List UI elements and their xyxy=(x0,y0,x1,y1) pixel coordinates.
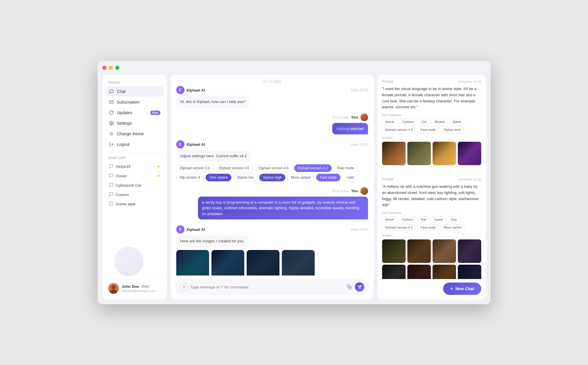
images-label-1: Images xyxy=(382,136,481,139)
chat-list-item-cyberpunk[interactable]: Cyberpunk Cat xyxy=(106,181,163,190)
chip-add[interactable]: +add xyxy=(342,174,358,181)
message-time-2: today 20:32 xyxy=(351,143,368,146)
chip-stylize-high[interactable]: Stylize High xyxy=(259,174,285,181)
key-features-label-2: Key Features xyxy=(382,211,481,214)
svg-line-6 xyxy=(110,132,110,133)
user-message-time-2: 20:35 today xyxy=(332,189,349,193)
kf-chip-gun: Gun xyxy=(448,216,460,223)
subscription-icon xyxy=(109,99,114,105)
chip-one-variant[interactable]: One variant xyxy=(206,174,231,181)
new-chat-button[interactable]: + New Chat xyxy=(443,283,481,295)
chat-list-label-custom: Custom xyxy=(116,192,129,197)
gen-image-1[interactable] xyxy=(176,250,209,276)
chat-icon xyxy=(109,89,114,94)
avatar xyxy=(108,283,119,294)
send-button[interactable] xyxy=(355,282,364,292)
new-chat-plus-icon: + xyxy=(450,286,453,291)
sidebar-item-chat[interactable]: Chat xyxy=(106,87,163,97)
kf-chip-fast: Fast mode xyxy=(417,126,439,133)
sidebar-item-subscription[interactable]: Subscription xyxy=(106,97,163,107)
chip-v20[interactable]: Elphael version 2.0 xyxy=(176,164,214,172)
sidebar-item-change-theme[interactable]: Change theme xyxy=(106,129,163,139)
chip-fast-mode[interactable]: Fast mode xyxy=(316,174,340,181)
add-command-button[interactable]: + xyxy=(180,283,188,291)
message-group-2: E Elphael AI today 20:32 Adjust settings… xyxy=(176,140,368,181)
prompt-text-2: "A military rat with a machine gun walki… xyxy=(382,184,481,208)
chat-area: 07.13.2023 E Elphael AI today 20:30 Hi, … xyxy=(170,75,374,300)
gen-image-4[interactable] xyxy=(282,250,315,276)
svg-point-3 xyxy=(110,133,112,135)
message-bubble-3: Here are the images I created for you. xyxy=(176,235,249,247)
close-button[interactable] xyxy=(102,66,106,70)
chat-list-item-anime[interactable]: Anime style xyxy=(106,200,163,208)
prompt-img-2-3[interactable] xyxy=(433,239,456,263)
prompt-img-1-1[interactable] xyxy=(382,142,406,165)
message-sender-3: Elphael AI xyxy=(187,227,205,232)
prompt-img-2-1[interactable] xyxy=(382,239,406,263)
svg-point-14 xyxy=(111,285,116,289)
svg-line-11 xyxy=(113,132,113,133)
chip-v40[interactable]: Elphael version 4.0 xyxy=(255,164,292,172)
updates-badge: New xyxy=(150,111,160,115)
gen-image-3[interactable] xyxy=(247,250,279,276)
attach-icon[interactable]: 📎 xyxy=(346,284,353,290)
kf-chip-cartoon2: Cartoon xyxy=(399,216,416,223)
message-sender-1: Elphael AI xyxy=(187,88,205,92)
sidebar-item-settings[interactable]: Settings xyxy=(106,118,163,128)
prompt-img-2-4[interactable] xyxy=(458,239,481,263)
message-time-1: today 20:30 xyxy=(351,88,368,92)
chat-list-icon-cyberpunk xyxy=(109,183,113,187)
message-group-1: E Elphael AI today 20:30 Hi, this is Elp… xyxy=(176,86,368,108)
sidebar-item-updates[interactable]: Updates New xyxy=(106,108,163,118)
chip-v30[interactable]: Elphael version 3.0 xyxy=(216,164,253,172)
user-email: johndoe@example.com xyxy=(122,289,161,293)
kf-chip-wizard: Wizard xyxy=(431,119,448,125)
key-features-label-1: Key Features xyxy=(382,113,481,117)
chip-more-variant[interactable]: More variant xyxy=(287,174,314,181)
chip-niji[interactable]: Niji version 4 xyxy=(176,174,204,181)
chat-list-item-ocean[interactable]: Ocean ★ xyxy=(106,171,163,180)
gen-image-2[interactable] xyxy=(211,250,244,276)
chat-date-header: 07.13.2023 xyxy=(170,75,374,86)
prompt-img-2-2[interactable] xyxy=(407,239,431,263)
chat-list-icon-ocean xyxy=(109,173,113,178)
sidebar-item-logout[interactable]: Logout xyxy=(106,139,163,149)
sidebar-logout-label: Logout xyxy=(117,142,130,147)
key-features-chips-2: Street Cartoon Rat Game Gun Elphael vers… xyxy=(382,216,481,231)
new-chat-label: New Chat xyxy=(455,286,474,291)
user-bubble-2: a nerdy boy is programming at a computer… xyxy=(198,197,368,220)
prompt-img-1-2[interactable] xyxy=(407,142,431,165)
prompt-img-1-4[interactable] xyxy=(458,142,481,165)
svg-point-2 xyxy=(111,123,112,124)
chat-list-item-custom[interactable]: Custom xyxy=(106,190,163,199)
chip-v42[interactable]: Elphael version 4.2 xyxy=(294,164,332,172)
message-sender-2: Elphael AI xyxy=(187,142,205,147)
prompt-card-1: Prompt yesterday 18:48 "I want the visua… xyxy=(382,80,481,165)
user-bubble-1: /settings|elphael xyxy=(332,123,368,135)
bot-avatar-2: E xyxy=(176,140,184,148)
chat-list-label-atolye15: Atolye15 xyxy=(116,164,131,169)
titlebar xyxy=(98,61,491,75)
logout-icon xyxy=(109,142,114,147)
chat-list-icon-atolye15 xyxy=(109,164,113,169)
sidebar-updates-label: Updates xyxy=(117,110,132,115)
prompt-text-1: "I want the visual language to be in ani… xyxy=(382,86,481,110)
prompt-time-1: yesterday 18:48 xyxy=(458,80,481,83)
chat-list-label-cyberpunk: Cyberpunk Cat xyxy=(116,183,141,187)
maximize-button[interactable] xyxy=(115,66,119,70)
kf-chip-eph42-2: Elphael version 4.2 xyxy=(382,224,416,231)
user-message-time-1: 20:32 today xyxy=(332,116,349,119)
chat-list-icon-custom xyxy=(109,192,113,197)
minimize-button[interactable] xyxy=(109,66,113,70)
new-chat-section: + New Chat xyxy=(382,279,481,295)
chip-raw[interactable]: Raw mode xyxy=(333,164,358,172)
message-group-3: E Elphael AI today 20:37 Here are the im… xyxy=(176,225,368,276)
chat-input[interactable] xyxy=(191,285,344,289)
sidebar-subscription-label: Subscription xyxy=(117,100,140,104)
prompt-img-1-3[interactable] xyxy=(433,142,456,165)
prompt-header-2: Prompt yesterday 19:36 xyxy=(382,177,481,181)
chat-list-item-atolye15[interactable]: Atolye15 ★ xyxy=(106,162,163,171)
star-icon-atolye15: ★ xyxy=(157,164,160,169)
chip-stylize-low[interactable]: Stylize low xyxy=(233,174,257,181)
bot-avatar-1: E xyxy=(176,86,184,94)
